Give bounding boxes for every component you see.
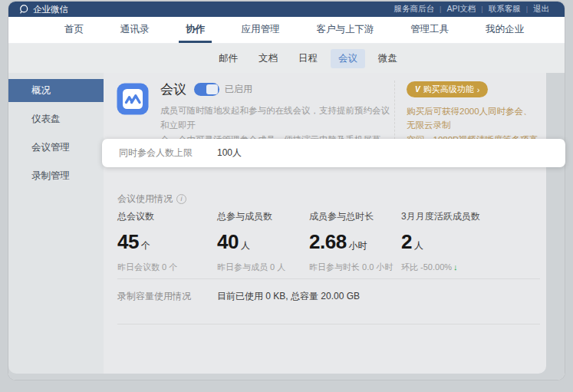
stat-total-duration: 成员参与总时长 2.68 小时 昨日参与时长 0.0 小时 <box>309 210 401 273</box>
topbar: 企业微信 服务商后台 | API文档 | 联系客服 | 退出 <box>8 2 565 17</box>
link-logout[interactable]: 退出 <box>528 4 555 15</box>
stat-value: 2.68 <box>309 230 347 254</box>
sidebar: 概况 仪表盘 会议管理 录制管理 <box>8 73 104 374</box>
stat-label: 3月月度活跃成员数 <box>401 210 540 223</box>
app-title: 会议 <box>160 81 186 98</box>
sidebar-item-overview[interactable]: 概况 <box>8 79 104 102</box>
stat-label: 成员参与总时长 <box>309 210 401 223</box>
usage-section-title: 会议使用情况 i <box>117 193 186 206</box>
usage-title-text: 会议使用情况 <box>117 193 173 206</box>
nav-item-app-management[interactable]: 应用管理 <box>235 17 287 43</box>
nav-item-home[interactable]: 首页 <box>58 17 91 43</box>
nav-item-contacts[interactable]: 通讯录 <box>114 17 156 43</box>
toggle-state-label: 已启用 <box>225 83 252 96</box>
limit-value: 100人 <box>217 147 242 160</box>
main-nav: 首页 通讯录 协作 应用管理 客户与上下游 管理工具 我的企业 <box>8 17 565 44</box>
limit-highlight-row: 同时参会人数上限 100人 <box>102 139 565 167</box>
stat-total-participants: 总参与成员数 40 人 昨日参与成员 0 人 <box>217 210 309 273</box>
nav-item-admin-tools[interactable]: 管理工具 <box>403 17 456 43</box>
sidebar-item-meeting-management[interactable]: 会议管理 <box>8 136 104 159</box>
app-window: 企业微信 服务商后台 | API文档 | 联系客服 | 退出 首页 通讯录 协作… <box>8 2 565 380</box>
recording-usage-row: 录制容量使用情况 目前已使用 0 KB, 总容量 20.00 GB <box>117 290 360 303</box>
stat-unit: 人 <box>414 239 423 252</box>
stat-label: 总参与成员数 <box>217 210 309 223</box>
wecom-logo-icon <box>18 4 29 15</box>
stat-subtext: 昨日参与时长 0.0 小时 <box>309 262 401 273</box>
info-icon[interactable]: i <box>176 194 186 204</box>
stat-label: 总会议数 <box>117 210 217 223</box>
nav-item-customers[interactable]: 客户与上下游 <box>310 17 381 43</box>
toggle-knob <box>206 84 218 94</box>
limit-label: 同时参会人数上限 <box>119 147 217 160</box>
divider <box>117 278 540 279</box>
stat-value: 40 <box>217 230 239 254</box>
trend-down-icon: ↓ <box>453 262 458 272</box>
stat-subtext: 环比 -50.00%↓ <box>401 262 540 273</box>
stat-subtext: 昨日参与成员 0 人 <box>217 262 309 273</box>
chevron-right-icon: › <box>477 85 480 94</box>
nav-item-my-company[interactable]: 我的企业 <box>479 17 531 43</box>
brand: 企业微信 <box>18 4 68 15</box>
sidebar-item-dashboard[interactable]: 仪表盘 <box>8 107 104 130</box>
content-panel: 概况 仪表盘 会议管理 录制管理 会议 <box>8 73 546 374</box>
stat-subtext: 昨日会议数 0 个 <box>117 262 217 273</box>
brand-name: 企业微信 <box>33 4 68 15</box>
premium-description-line1: 购买后可获得2000人同时参会、无限云录制 <box>407 104 538 133</box>
sub-tabstrip: 邮件 文档 日程 会议 微盘 <box>8 44 565 73</box>
tab-drive[interactable]: 微盘 <box>370 49 405 68</box>
stat-monthly-active: 3月月度活跃成员数 2 人 环比 -50.00%↓ <box>401 210 540 273</box>
vip-v-icon: V <box>415 85 420 94</box>
content-area: 概况 仪表盘 会议管理 录制管理 会议 <box>8 73 565 380</box>
stat-value: 45 <box>117 230 139 254</box>
stat-total-meetings: 总会议数 45 个 昨日会议数 0 个 <box>117 210 217 273</box>
stat-value: 2 <box>401 230 412 254</box>
topbar-links: 服务商后台 | API文档 | 联系客服 | 退出 <box>389 4 555 15</box>
stat-unit: 个 <box>141 239 150 252</box>
buy-premium-button[interactable]: V 购买高级功能 › <box>407 81 488 97</box>
link-service-provider[interactable]: 服务商后台 <box>389 4 440 15</box>
tab-calendar[interactable]: 日程 <box>291 49 325 68</box>
nav-item-collaboration[interactable]: 协作 <box>179 17 212 43</box>
app-title-row: 会议 已启用 <box>160 81 394 98</box>
stat-unit: 人 <box>241 239 250 252</box>
main-card: 会议 已启用 成员可随时随地发起和参与的在线会议，支持提前预约会议和立即开 会，… <box>104 73 546 374</box>
tab-meeting[interactable]: 会议 <box>331 49 365 68</box>
tab-docs[interactable]: 文档 <box>251 49 285 68</box>
tab-mail[interactable]: 邮件 <box>211 49 245 68</box>
link-contact-support[interactable]: 联系客服 <box>483 4 526 15</box>
buy-premium-label: 购买高级功能 <box>423 84 474 95</box>
stat-unit: 小时 <box>349 239 367 252</box>
enable-toggle[interactable] <box>194 83 219 96</box>
usage-stats: 总会议数 45 个 昨日会议数 0 个 总参与成员数 40 人 昨日 <box>117 210 540 273</box>
recording-value: 目前已使用 0 KB, 总容量 20.00 GB <box>217 290 360 303</box>
meeting-app-icon <box>116 82 150 116</box>
divider <box>117 324 540 324</box>
recording-label: 录制容量使用情况 <box>117 290 217 303</box>
link-api-docs[interactable]: API文档 <box>441 4 481 15</box>
sidebar-item-recording-management[interactable]: 录制管理 <box>8 164 104 187</box>
app-description-line1: 成员可随时随地发起和参与的在线会议，支持提前预约会议和立即开 <box>160 104 394 133</box>
